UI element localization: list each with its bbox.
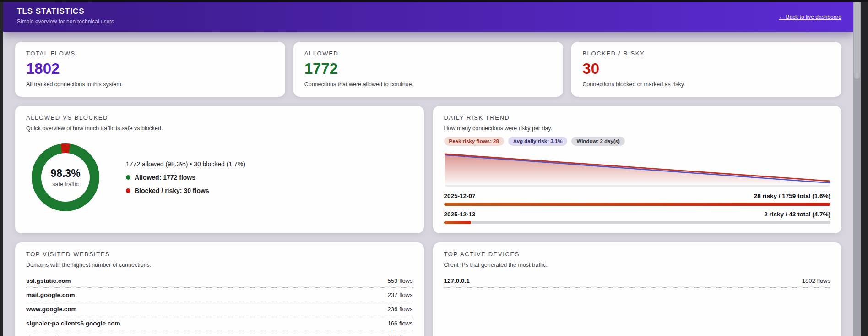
- stat-card-allowed: ALLOWED 1772 Connections that were allow…: [293, 42, 564, 97]
- flow-count: 237 flows: [388, 292, 413, 298]
- stat-value: 30: [582, 61, 830, 77]
- stat-description: Connections that were allowed to continu…: [304, 81, 553, 88]
- scrollbar-thumb[interactable]: [854, 1, 860, 79]
- domain-name: mail.google.com: [26, 292, 75, 298]
- safe-traffic-donut-chart: 98.3% safe traffic: [32, 143, 99, 211]
- domain-name: play.google.com: [26, 334, 75, 336]
- device-ip: 127.0.0.1: [444, 277, 470, 284]
- flow-count: 156 flows: [388, 334, 413, 336]
- day-date: 2025-12-07: [444, 193, 476, 199]
- stat-label: TOTAL FLOWS: [26, 50, 274, 57]
- domain-name: www.google.com: [26, 306, 77, 313]
- domain-name: ssl.gstatic.com: [26, 277, 71, 284]
- day-row: 2025-12-13 2 risky / 43 total (4.7%): [444, 211, 831, 218]
- day-stat: 28 risky / 1759 total (1.6%): [754, 193, 830, 199]
- day-bar-fill: [444, 221, 471, 224]
- back-to-dashboard-link[interactable]: ← Back to live dashboard: [779, 14, 841, 20]
- section-subtitle: Client IPs that generated the most traff…: [444, 262, 831, 268]
- stat-value: 1772: [304, 61, 553, 77]
- donut-percent-value: 98.3%: [50, 167, 80, 180]
- donut-center-label: safe traffic: [52, 181, 78, 187]
- day-row: 2025-12-07 28 risky / 1759 total (1.6%): [444, 193, 831, 199]
- window-days-badge: Window: 2 day(s): [571, 137, 624, 146]
- donut-chart-area: 98.3% safe traffic 1772 allowed (98.3%) …: [26, 143, 413, 211]
- stat-value: 1802: [26, 61, 274, 77]
- legend-item-blocked: Blocked / risky: 30 flows: [126, 187, 245, 194]
- section-subtitle: Quick overview of how much traffic is sa…: [26, 125, 413, 132]
- section-title: DAILY RISK TREND: [444, 114, 831, 121]
- window-left-edge: [0, 0, 3, 336]
- section-title: TOP VISITED WEBSITES: [26, 251, 413, 258]
- top-active-devices-card: TOP ACTIVE DEVICES Client IPs that gener…: [433, 242, 842, 336]
- stat-label: ALLOWED: [304, 50, 553, 57]
- stat-description: All tracked connections in this system.: [26, 81, 274, 88]
- stat-card-blocked-risky: BLOCKED / RISKY 30 Connections blocked o…: [571, 42, 841, 97]
- day-bar: [444, 221, 831, 224]
- devices-list: 127.0.0.1 1802 flows: [444, 274, 831, 288]
- day-date: 2025-12-13: [444, 211, 476, 218]
- flow-count: 236 flows: [388, 306, 413, 313]
- dashboard-viewport: TLS STATISTICS Simple overview for non-t…: [3, 2, 853, 336]
- section-title: TOP ACTIVE DEVICES: [444, 251, 831, 258]
- allowed-dot-icon: [126, 175, 130, 180]
- window-right-edge: [861, 0, 868, 336]
- section-subtitle: How many connections were risky per day.: [444, 125, 831, 132]
- allowed-vs-blocked-card: ALLOWED VS BLOCKED Quick overview of how…: [15, 106, 424, 233]
- peak-risky-flows-badge: Peak risky flows: 28: [444, 137, 504, 146]
- legend-label: Blocked / risky: 30 flows: [135, 187, 209, 194]
- donut-legend: 1772 allowed (98.3%) • 30 blocked (1.7%)…: [126, 160, 245, 194]
- list-item: 127.0.0.1 1802 flows: [444, 274, 831, 288]
- stat-cards-row: TOTAL FLOWS 1802 All tracked connections…: [15, 42, 841, 97]
- day-stat: 2 risky / 43 total (4.7%): [764, 211, 830, 218]
- stat-description: Connections blocked or marked as risky.: [582, 81, 830, 88]
- day-bar: [444, 203, 831, 206]
- daily-risk-trend-card: DAILY RISK TREND How many connections we…: [433, 106, 842, 233]
- traffic-summary-line: 1772 allowed (98.3%) • 30 blocked (1.7%): [126, 160, 245, 168]
- stat-card-total-flows: TOTAL FLOWS 1802 All tracked connections…: [15, 42, 285, 97]
- top-visited-websites-card: TOP VISITED WEBSITES Domains with the hi…: [15, 242, 424, 336]
- section-title: ALLOWED VS BLOCKED: [26, 114, 413, 121]
- page-title: TLS STATISTICS: [17, 7, 841, 16]
- flow-count: 1802 flows: [802, 277, 830, 284]
- main-content: TOTAL FLOWS 1802 All tracked connections…: [3, 32, 853, 336]
- risk-trend-line-chart: [444, 152, 831, 187]
- day-bar-fill: [444, 203, 831, 206]
- list-item: signaler-pa.clients6.google.com 166 flow…: [26, 316, 413, 330]
- charts-row: ALLOWED VS BLOCKED Quick overview of how…: [15, 106, 841, 233]
- list-item: play.google.com 156 flows: [26, 330, 413, 336]
- flow-count: 166 flows: [388, 320, 413, 327]
- legend-item-allowed: Allowed: 1772 flows: [126, 174, 245, 181]
- avg-daily-risk-badge: Avg daily risk: 3.1%: [508, 137, 568, 146]
- domain-name: signaler-pa.clients6.google.com: [26, 320, 120, 327]
- page-header: TLS STATISTICS Simple overview for non-t…: [3, 2, 853, 32]
- page-subtitle: Simple overview for non-technical users: [17, 18, 841, 25]
- section-subtitle: Domains with the highest number of conne…: [26, 262, 413, 268]
- lists-row: TOP VISITED WEBSITES Domains with the hi…: [15, 242, 841, 336]
- websites-list: ssl.gstatic.com 553 flows mail.google.co…: [26, 274, 413, 336]
- list-item: www.google.com 236 flows: [26, 302, 413, 316]
- blocked-dot-icon: [126, 188, 130, 193]
- list-item: ssl.gstatic.com 553 flows: [26, 274, 413, 288]
- page-scrollbar[interactable]: [853, 0, 861, 336]
- window-top-edge: [0, 0, 868, 2]
- risk-badges-row: Peak risky flows: 28 Avg daily risk: 3.1…: [444, 137, 831, 146]
- legend-label: Allowed: 1772 flows: [135, 174, 195, 181]
- list-item: mail.google.com 237 flows: [26, 288, 413, 302]
- donut-center: 98.3% safe traffic: [41, 153, 90, 202]
- flow-count: 553 flows: [388, 277, 413, 284]
- stat-label: BLOCKED / RISKY: [582, 50, 830, 57]
